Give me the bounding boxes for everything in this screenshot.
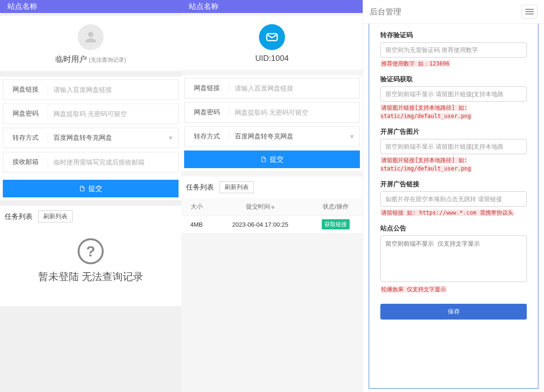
empty-state-text: 暂未登陆 无法查询记录 (5, 270, 177, 284)
link-input[interactable] (48, 86, 178, 93)
method-select[interactable]: 百度网盘转夸克网盘 (229, 132, 359, 141)
mail-icon (259, 24, 285, 50)
admin-form: 转存验证码 推荐使用数字 如：123696 验证码获取 请留图片链接[支持本地路… (369, 24, 538, 389)
method-label: 转存方式 (3, 134, 48, 142)
document-icon (79, 185, 86, 192)
field-hint: 请留链接 如: https://www.*.com 需携带协议头 (380, 209, 527, 217)
task-list-card-mid: 任务列表 刷新列表 大小 提交时间◆ 状态/操作 4MB (181, 176, 363, 234)
field-label-code: 转存验证码 (380, 31, 527, 39)
col-size[interactable]: 大小 (181, 198, 212, 216)
pwd-input[interactable] (48, 110, 178, 118)
task-table: 大小 提交时间◆ 状态/操作 4MB 2023-06-04 17:00:25 获… (181, 198, 363, 234)
task-list-card-left: 任务列表 刷新列表 ? 暂未登陆 无法查询记录 (0, 206, 181, 306)
pwd-label: 网盘密码 (3, 110, 48, 118)
field-label-notice: 站点公告 (380, 224, 527, 233)
profile-title: 临时用户 (55, 54, 87, 65)
refresh-button-mid[interactable]: 刷新列表 (219, 181, 254, 193)
pwd-input[interactable] (229, 109, 359, 116)
email-input[interactable] (48, 158, 178, 166)
field-input-code[interactable] (380, 42, 527, 58)
field-input-adlink[interactable] (380, 191, 527, 207)
save-button[interactable]: 保存 (380, 304, 527, 320)
menu-icon[interactable] (522, 5, 537, 19)
field-hint: 推荐使用数字 如：123696 (380, 59, 527, 68)
task-list-title: 任务列表 (186, 183, 214, 192)
field-hint: 轮播效果 仅支持文字显示 (380, 285, 527, 294)
field-label-codeget: 验证码获取 (380, 75, 527, 84)
get-link-button[interactable]: 获取链接 (322, 219, 350, 229)
table-row: 4MB 2023-06-04 17:00:25 获取链接 (181, 216, 363, 234)
submit-button-mid[interactable]: 提交 (184, 150, 360, 168)
link-input[interactable] (229, 85, 359, 92)
document-icon (260, 156, 267, 163)
field-label-adlink: 开屏广告链接 (380, 180, 527, 189)
link-label: 网盘链接 (185, 84, 229, 92)
field-textarea-notice[interactable] (380, 235, 527, 282)
question-icon: ? (78, 238, 104, 264)
admin-title: 后台管理 (370, 7, 401, 17)
avatar-icon (78, 24, 104, 50)
uid-label: UID:1004 (255, 54, 289, 63)
cell-time: 2023-06-04 17:00:25 (212, 216, 309, 234)
transfer-form-left: 网盘链接 网盘密码 转存方式 百度网盘转夸克网盘 ▼ 接收邮箱 (0, 77, 181, 200)
admin-header: 后台管理 (363, 0, 544, 24)
link-label: 网盘链接 (3, 85, 48, 94)
field-input-adimg[interactable] (380, 139, 527, 154)
transfer-form-mid: 网盘链接 网盘密码 转存方式 百度网盘转夸克网盘 ▼ 提交 (181, 75, 363, 171)
method-label: 转存方式 (185, 132, 229, 141)
pwd-label: 网盘密码 (185, 108, 229, 117)
profile-card-left: 临时用户 (无法查询记录) (0, 16, 181, 71)
col-time[interactable]: 提交时间◆ (212, 198, 309, 216)
field-input-codeget[interactable] (380, 86, 527, 102)
site-header-left: 站点名称 (0, 0, 181, 13)
field-label-adimg: 开屏广告图片 (380, 128, 527, 136)
field-hint: 请留图片链接[支持本地路径] 如: static/img/default_use… (380, 156, 527, 173)
refresh-button-left[interactable]: 刷新列表 (38, 210, 73, 222)
method-select[interactable]: 百度网盘转夸克网盘 (48, 134, 178, 142)
profile-card-mid: UID:1004 (181, 16, 363, 70)
submit-button-left[interactable]: 提交 (3, 180, 179, 197)
sort-icon: ◆ (271, 204, 275, 209)
email-label: 接收邮箱 (3, 158, 48, 166)
field-hint: 请留图片链接[支持本地路径] 如: static/img/default_use… (380, 104, 527, 120)
site-header-mid: 站点名称 (181, 0, 363, 13)
col-status[interactable]: 状态/操作 (309, 198, 363, 216)
profile-subtitle: (无法查询记录) (89, 56, 126, 64)
cell-size: 4MB (181, 216, 212, 234)
task-list-title: 任务列表 (5, 212, 33, 221)
